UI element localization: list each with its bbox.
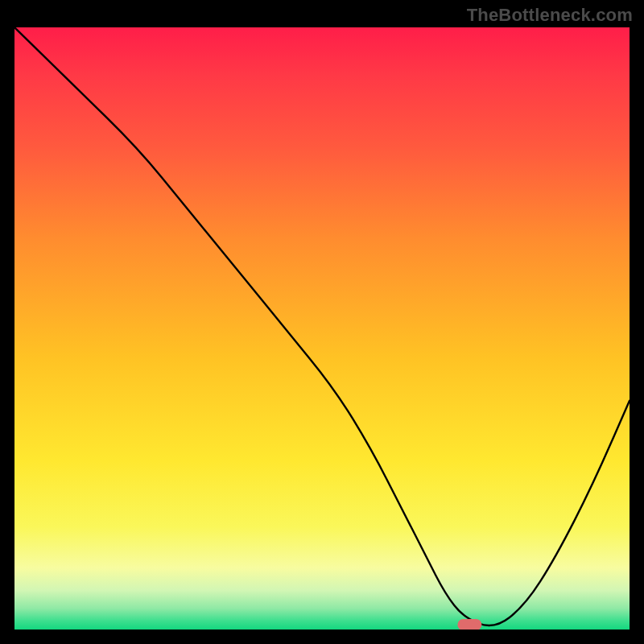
- chart-frame: TheBottleneck.com: [0, 0, 644, 644]
- watermark-text: TheBottleneck.com: [467, 5, 633, 26]
- plot-container: [14, 27, 630, 630]
- bottleneck-chart: [14, 27, 630, 630]
- optimal-marker: [457, 619, 481, 630]
